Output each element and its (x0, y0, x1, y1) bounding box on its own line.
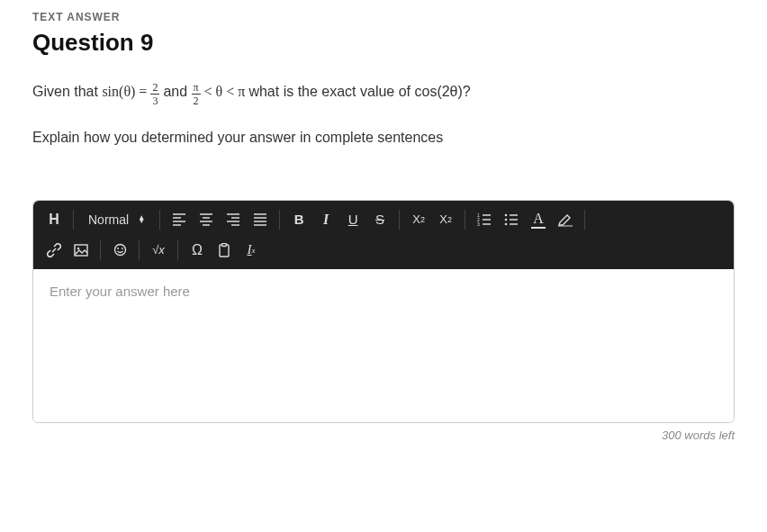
align-left-button[interactable] (166, 206, 193, 233)
rich-text-editor: H Normal ▲▼ B I (32, 200, 735, 423)
image-icon (74, 244, 88, 257)
paragraph-style-select[interactable]: Normal ▲▼ (79, 206, 154, 233)
text-color-label: A (531, 211, 546, 229)
eq2-fraction: π 2 (192, 82, 201, 106)
subscript-base: X (412, 212, 420, 226)
toolbar-separator (159, 210, 160, 230)
prompt-lead: Given that (32, 84, 102, 99)
toolbar-separator (279, 210, 280, 230)
heading-button[interactable]: H (41, 206, 68, 233)
svg-point-26 (505, 218, 508, 221)
ordered-list-button[interactable]: 123 (471, 206, 498, 233)
paragraph-style-label: Normal (88, 212, 129, 227)
superscript-base: X (439, 212, 447, 226)
text-color-button[interactable]: A (525, 206, 552, 233)
clear-format-sub: x (252, 246, 256, 255)
prompt-tail: what is the exact value of cos(2θ)? (248, 84, 470, 99)
align-justify-button[interactable] (247, 206, 274, 233)
question-prompt: Given that sin(θ) = 2 3 and π 2 < θ < π … (32, 80, 735, 106)
prompt-mid: and (163, 84, 191, 99)
italic-button[interactable]: I (312, 206, 339, 233)
image-button[interactable] (68, 237, 95, 264)
eq1-fraction: 2 3 (150, 82, 159, 106)
align-justify-icon (253, 213, 267, 226)
question-title: Question 9 (32, 29, 735, 57)
superscript-sup: 2 (447, 215, 452, 224)
eq1-denominator: 3 (150, 95, 159, 106)
emoji-button[interactable] (106, 237, 133, 264)
superscript-button[interactable]: X2 (432, 206, 459, 233)
toolbar-separator (584, 210, 585, 230)
question-type-label: TEXT ANSWER (32, 11, 735, 23)
emoji-icon (113, 243, 127, 257)
eq1-numerator: 2 (150, 82, 159, 95)
svg-point-32 (114, 245, 125, 256)
svg-point-31 (77, 247, 80, 249)
special-char-button[interactable]: Ω (184, 237, 211, 264)
svg-rect-36 (222, 243, 227, 246)
svg-text:3: 3 (477, 221, 480, 226)
svg-point-34 (122, 248, 123, 249)
eq1-lhs: sin(θ) = (102, 84, 150, 99)
unordered-list-icon (504, 213, 519, 226)
align-right-button[interactable] (220, 206, 247, 233)
svg-point-25 (505, 213, 508, 216)
toolbar-separator (73, 210, 74, 230)
link-button[interactable] (41, 237, 68, 264)
toolbar-separator (139, 240, 140, 260)
equation-2: π 2 < θ < π (192, 84, 249, 99)
align-center-button[interactable] (193, 206, 220, 233)
word-count: 300 words left (32, 428, 735, 442)
select-caret-icon: ▲▼ (138, 216, 145, 223)
editor-toolbar: H Normal ▲▼ B I (33, 201, 734, 269)
underline-button[interactable]: U (339, 206, 366, 233)
unordered-list-button[interactable] (498, 206, 525, 233)
toolbar-separator (465, 210, 465, 230)
align-center-icon (199, 213, 213, 226)
clear-format-button[interactable]: Ix (238, 237, 265, 264)
svg-rect-29 (558, 225, 573, 227)
highlight-icon (557, 212, 573, 227)
highlight-color-button[interactable] (552, 206, 579, 233)
subscript-sub: 2 (420, 215, 425, 224)
toolbar-separator (177, 240, 178, 260)
eq2-numerator: π (192, 82, 201, 95)
svg-point-33 (117, 248, 119, 249)
clipboard-icon (218, 243, 230, 257)
explain-instruction: Explain how you determined your answer i… (32, 130, 735, 146)
eq2-denominator: 2 (192, 95, 201, 106)
ordered-list-icon: 123 (477, 213, 492, 226)
toolbar-separator (100, 240, 101, 260)
toolbar-row-2: √x Ω Ix (41, 233, 726, 264)
eq2-rhs: < θ < π (204, 84, 246, 99)
answer-textarea[interactable]: Enter your answer here (33, 269, 734, 422)
equation-1: sin(θ) = 2 3 (102, 84, 163, 99)
align-right-icon (226, 213, 240, 226)
svg-point-27 (505, 222, 508, 225)
strikethrough-button[interactable]: S (366, 206, 393, 233)
toolbar-separator (399, 210, 400, 230)
bold-button[interactable]: B (285, 206, 312, 233)
link-icon (47, 243, 61, 257)
math-sqrt-button[interactable]: √x (145, 237, 172, 264)
svg-marker-28 (559, 215, 570, 225)
align-left-icon (172, 213, 186, 226)
subscript-button[interactable]: X2 (405, 206, 432, 233)
paste-button[interactable] (211, 237, 238, 264)
